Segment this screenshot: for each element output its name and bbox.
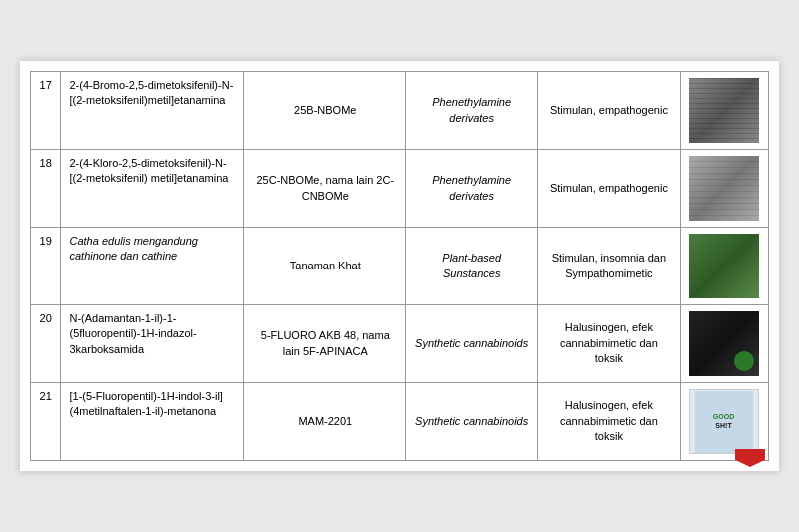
- drug-class: Plant-based Sunstances: [406, 228, 538, 305]
- row-number: 18: [31, 150, 61, 228]
- chemical-name: Catha edulis mengandung cathinone dan ca…: [61, 228, 244, 305]
- drug-class: Synthetic cannabinoids: [406, 305, 538, 383]
- drug-effect: Halusinogen, efek cannabimimetic dan tok…: [538, 383, 680, 461]
- row-number: 19: [31, 228, 61, 305]
- page-container: 17 2-(4-Bromo-2,5-dimetoksifenil)-N-[(2-…: [20, 61, 779, 471]
- chemical-name: N-(Adamantan-1-il)-1-(5fluoropentil)-1H-…: [61, 305, 244, 383]
- row-number: 17: [31, 72, 61, 150]
- common-name: 5-FLUORO AKB 48, nama lain 5F-APINACA: [244, 305, 406, 383]
- common-name: Tanaman Khat: [244, 228, 406, 305]
- table-row: 18 2-(4-Kloro-2,5-dimetoksifenil)-N-[(2-…: [31, 150, 769, 228]
- substances-table: 17 2-(4-Bromo-2,5-dimetoksifenil)-N-[(2-…: [30, 71, 769, 461]
- chemical-name: [1-(5-Fluoropentil)-1H-indol-3-il](4meti…: [61, 383, 244, 461]
- table-row: 19 Catha edulis mengandung cathinone dan…: [31, 228, 769, 305]
- drug-image: [680, 228, 768, 305]
- table-row: 17 2-(4-Bromo-2,5-dimetoksifenil)-N-[(2-…: [31, 72, 769, 150]
- watermark-icon: [735, 449, 765, 467]
- drug-effect: Stimulan, insomnia dan Sympathomimetic: [538, 228, 680, 305]
- drug-class: Phenethylamine derivates: [406, 150, 538, 228]
- drug-effect: Halusinogen, efek cannabimimetic dan tok…: [538, 305, 680, 383]
- drug-effect: Stimulan, empathogenic: [538, 72, 680, 150]
- row-number: 21: [31, 383, 61, 461]
- drug-class: Synthetic cannabinoids: [406, 383, 538, 461]
- drug-class: Phenethylamine derivates: [406, 72, 538, 150]
- common-name: 25B-NBOMe: [244, 72, 406, 150]
- drug-image: [680, 72, 768, 150]
- drug-effect: Stimulan, empathogenic: [538, 150, 680, 228]
- chemical-name: 2-(4-Bromo-2,5-dimetoksifenil)-N-[(2-met…: [61, 72, 244, 150]
- table-row: 21 [1-(5-Fluoropentil)-1H-indol-3-il](4m…: [31, 383, 769, 461]
- common-name: MAM-2201: [244, 383, 406, 461]
- row-number: 20: [31, 305, 61, 383]
- drug-image: [680, 305, 768, 383]
- watermark: [735, 449, 769, 467]
- chemical-name: 2-(4-Kloro-2,5-dimetoksifenil)-N-[(2-met…: [61, 150, 244, 228]
- common-name: 25C-NBOMe, nama lain 2C-CNBOMe: [244, 150, 406, 228]
- table-row: 20 N-(Adamantan-1-il)-1-(5fluoropentil)-…: [31, 305, 769, 383]
- drug-image: [680, 150, 768, 228]
